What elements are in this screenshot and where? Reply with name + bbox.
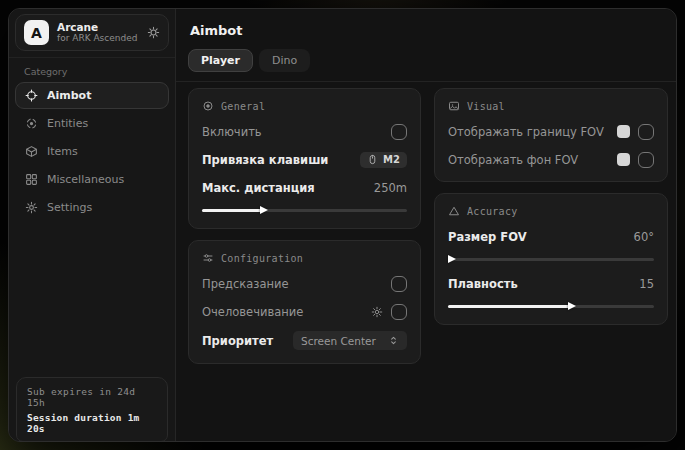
- priority-selected-value: Screen Center: [301, 335, 376, 347]
- smoothness-value: 15: [639, 277, 654, 291]
- fov-size-value: 60°: [634, 230, 654, 244]
- slider-thumb[interactable]: [260, 206, 268, 214]
- sidebar-item-items[interactable]: Items: [15, 138, 169, 165]
- panel-general-title: General: [221, 101, 265, 112]
- smoothness-label: Плавность: [448, 277, 518, 291]
- main-area: Aimbot Player Dino General: [176, 9, 677, 441]
- gear-icon[interactable]: [147, 26, 160, 39]
- panel-configuration: Configuration Предсказание Очеловечивани…: [188, 240, 421, 364]
- tab-player[interactable]: Player: [188, 49, 253, 72]
- panel-general: General Включить Привязка клавиши M2: [188, 88, 421, 229]
- sidebar-item-label: Miscellaneous: [47, 173, 124, 186]
- brand-card: A Arcane for ARK Ascended: [15, 14, 169, 51]
- keybind-label: Привязка клавиши: [202, 153, 328, 167]
- panel-visual-title: Visual: [467, 101, 505, 112]
- sidebar-divider: [9, 57, 175, 58]
- sidebar-item-label: Settings: [47, 201, 92, 214]
- gear-icon: [25, 201, 38, 214]
- sidebar-item-miscellaneous[interactable]: Miscellaneous: [15, 166, 169, 193]
- prediction-label: Предсказание: [202, 277, 289, 291]
- crosshair-icon: [25, 89, 38, 102]
- panel-configuration-title: Configuration: [221, 253, 303, 264]
- sub-expires-text: Sub expires in 24d 15h: [27, 386, 157, 408]
- humanize-checkbox[interactable]: [391, 304, 407, 320]
- keybind-button[interactable]: M2: [360, 152, 407, 168]
- humanize-label: Очеловечивание: [202, 305, 303, 319]
- fov-background-color-swatch[interactable]: [617, 153, 630, 166]
- max-distance-label: Макс. дистанция: [202, 181, 315, 195]
- target-icon: [202, 100, 214, 112]
- keybind-value: M2: [383, 154, 400, 165]
- fov-background-label: Отображать фон FOV: [448, 153, 578, 167]
- panel-visual: Visual Отображать границу FOV Отображать…: [434, 88, 668, 182]
- radar-icon: [25, 117, 38, 130]
- unfold-icon: [388, 335, 399, 346]
- sidebar-item-label: Aimbot: [47, 89, 91, 102]
- panel-accuracy: Accuracy Размер FOV 60° Плавность 15: [434, 193, 668, 325]
- priority-label: Приоритет: [202, 334, 273, 348]
- priority-dropdown[interactable]: Screen Center: [293, 331, 407, 350]
- slider-thumb[interactable]: [448, 255, 456, 263]
- fov-size-label: Размер FOV: [448, 230, 527, 244]
- session-duration-text: Session duration 1m 20s: [27, 412, 157, 434]
- triangle-icon: [448, 205, 460, 217]
- app-name: Arcane: [57, 21, 137, 33]
- subscription-status-card: Sub expires in 24d 15h Session duration …: [16, 377, 168, 442]
- app-subtitle: for ARK Ascended: [57, 33, 137, 43]
- max-distance-value: 250m: [374, 181, 407, 195]
- sidebar-nav: Aimbot Entities Items Miscellaneous: [15, 82, 169, 221]
- tab-dino[interactable]: Dino: [259, 49, 310, 72]
- sidebar-item-entities[interactable]: Entities: [15, 110, 169, 137]
- category-label: Category: [24, 66, 169, 77]
- fov-background-checkbox[interactable]: [638, 152, 654, 168]
- fov-border-color-swatch[interactable]: [617, 125, 630, 138]
- fov-size-slider[interactable]: [448, 254, 654, 264]
- content: General Включить Привязка клавиши M2: [176, 82, 677, 364]
- enable-checkbox[interactable]: [391, 124, 407, 140]
- enable-label: Включить: [202, 125, 262, 139]
- grid-icon: [25, 173, 38, 186]
- smoothness-slider[interactable]: [448, 301, 654, 311]
- sliders-icon: [202, 252, 214, 264]
- prediction-checkbox[interactable]: [391, 276, 407, 292]
- fov-border-checkbox[interactable]: [638, 124, 654, 140]
- sidebar-item-label: Entities: [47, 117, 88, 130]
- fov-border-label: Отображать границу FOV: [448, 125, 604, 139]
- sidebar-item-settings[interactable]: Settings: [15, 194, 169, 221]
- image-icon: [448, 100, 460, 112]
- main-header: Aimbot Player Dino: [176, 9, 677, 81]
- panel-accuracy-title: Accuracy: [467, 206, 518, 217]
- tab-bar: Player Dino: [188, 49, 666, 72]
- app-logo: A: [24, 20, 49, 45]
- sidebar-item-label: Items: [47, 145, 78, 158]
- app-window: A Arcane for ARK Ascended Category Aimbo…: [8, 8, 677, 442]
- package-icon: [25, 145, 38, 158]
- slider-thumb[interactable]: [568, 302, 576, 310]
- mouse-icon: [367, 154, 378, 165]
- sidebar: A Arcane for ARK Ascended Category Aimbo…: [9, 9, 176, 441]
- max-distance-slider[interactable]: [202, 205, 407, 215]
- page-title: Aimbot: [190, 23, 666, 38]
- humanize-settings-gear-icon[interactable]: [371, 306, 383, 318]
- sidebar-item-aimbot[interactable]: Aimbot: [15, 82, 169, 109]
